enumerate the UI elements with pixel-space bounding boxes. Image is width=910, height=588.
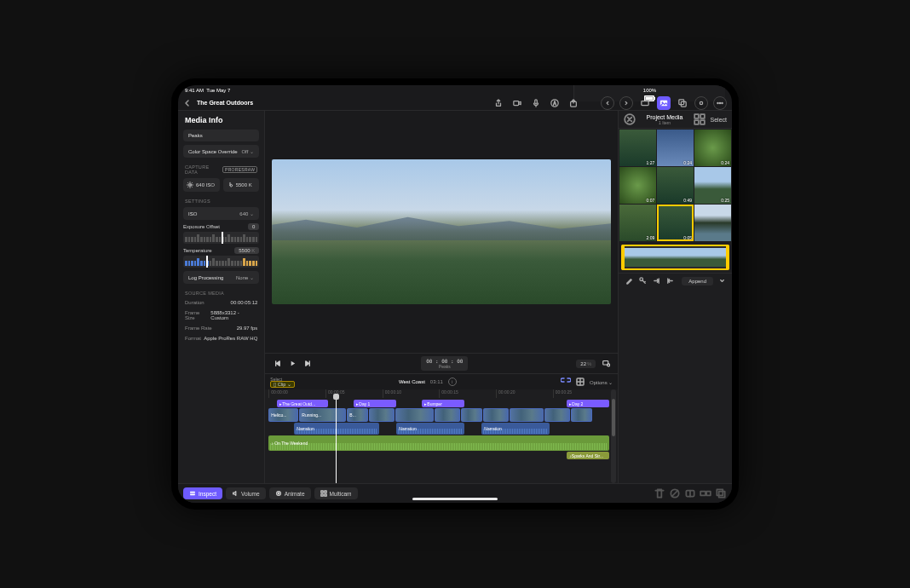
media-thumb[interactable]: 1:27 <box>619 130 656 166</box>
history-back-icon[interactable] <box>601 96 614 110</box>
audio-clip[interactable]: Narration <box>481 423 550 435</box>
overlays-icon[interactable] <box>676 96 689 110</box>
settings-header: SETTINGS <box>178 193 264 205</box>
svg-rect-4 <box>535 99 538 103</box>
log-processing-row[interactable]: Log Processing None⌄ <box>183 271 259 284</box>
clip-name-row[interactable]: Peaks <box>183 130 259 141</box>
svg-rect-21 <box>694 114 699 118</box>
insert-icon[interactable] <box>651 276 661 286</box>
status-date: Tue May 7 <box>206 88 230 93</box>
split-icon[interactable] <box>684 487 696 499</box>
sun-icon <box>187 182 193 188</box>
next-frame-button[interactable] <box>302 359 313 369</box>
video-clip[interactable] <box>461 408 482 422</box>
disable-icon[interactable] <box>669 487 681 499</box>
text-icon[interactable] <box>548 96 562 110</box>
media-thumb[interactable]: 0:24 <box>694 130 731 166</box>
audio-clip[interactable]: Narration <box>294 423 379 435</box>
snap-icon[interactable] <box>576 378 585 387</box>
browser-icon[interactable] <box>657 96 671 110</box>
tab-animate[interactable]: Animate <box>269 487 311 499</box>
clip-chip[interactable]: ▯ Clip ⌄ <box>270 381 295 388</box>
video-clip[interactable] <box>395 408 434 422</box>
home-indicator[interactable] <box>412 498 498 500</box>
options-button[interactable]: Options ⌄ <box>590 379 613 385</box>
in-handle[interactable] <box>621 245 625 270</box>
select-button[interactable]: Select <box>711 117 727 123</box>
media-thumb-selected[interactable]: 0:05 <box>657 205 694 241</box>
grid-view-icon[interactable] <box>694 113 706 125</box>
display-options-icon[interactable] <box>601 359 611 369</box>
iso-row[interactable]: ISO 640⌄ <box>183 207 259 220</box>
out-handle[interactable] <box>726 245 729 270</box>
link-icon[interactable] <box>561 378 571 387</box>
duplicate-icon[interactable] <box>715 487 727 499</box>
camera-icon[interactable] <box>510 96 524 110</box>
voiceover-icon[interactable] <box>529 96 543 110</box>
video-clip[interactable] <box>571 408 592 422</box>
play-button[interactable] <box>287 359 297 369</box>
title-clip[interactable]: ▸ Bumper <box>422 400 464 407</box>
browser-subtitle: 1 Item <box>641 120 688 125</box>
music-clip[interactable]: ♪ On The Weekend <box>268 435 609 451</box>
keyboard-icon[interactable] <box>638 96 652 110</box>
tab-multicam[interactable]: Multicam <box>314 487 358 499</box>
temperature-slider[interactable]: Temperature5500 K <box>183 247 259 268</box>
filmstrip[interactable] <box>621 245 729 270</box>
history-forward-icon[interactable] <box>619 96 633 110</box>
video-clip[interactable]: B... <box>347 408 368 422</box>
playhead[interactable] <box>336 397 337 483</box>
title-clip[interactable]: ▸ Day 2 <box>567 400 609 407</box>
prev-frame-button[interactable] <box>272 359 282 369</box>
timeline-ruler[interactable]: 00:00:0000:00:0500:00:1000:00:1500:00:20… <box>268 389 609 398</box>
key-icon[interactable] <box>637 276 648 286</box>
media-thumb[interactable]: 2:09 <box>619 205 656 241</box>
svg-rect-24 <box>700 120 705 124</box>
overwrite-icon[interactable] <box>665 276 675 286</box>
timeline-scrollbar[interactable] <box>611 389 616 483</box>
project-title: The Great Outdoors <box>197 100 253 106</box>
back-button[interactable] <box>183 99 192 107</box>
append-button[interactable]: Append <box>682 277 713 285</box>
share-icon[interactable] <box>492 96 505 110</box>
format-row: FormatApple ProRes RAW HQ <box>178 333 264 343</box>
filter-icon[interactable] <box>624 113 636 125</box>
inspector-panel: Media Info Peaks Color Space Override Of… <box>178 111 265 483</box>
video-clip[interactable] <box>483 408 509 422</box>
media-thumb[interactable]: 0:24 <box>657 130 694 166</box>
svg-point-16 <box>189 184 192 187</box>
tab-volume[interactable]: Volume <box>226 487 266 499</box>
tab-inspect[interactable]: Inspect <box>183 487 222 499</box>
title-clip[interactable]: ▸ Day 1 <box>354 400 396 407</box>
pencil-icon[interactable] <box>624 276 634 286</box>
more-icon[interactable] <box>713 96 727 110</box>
timeline[interactable]: 00:00:0000:00:0500:00:1000:00:1500:00:20… <box>265 389 618 483</box>
export-icon[interactable] <box>567 96 580 110</box>
video-clip[interactable] <box>435 408 460 422</box>
media-thumb[interactable]: 0:49 <box>657 167 694 204</box>
exposure-slider[interactable]: Exposure Offset0 <box>183 223 259 244</box>
media-thumb[interactable]: 0:07 <box>619 167 656 204</box>
video-clip[interactable] <box>544 408 570 422</box>
info-icon[interactable]: i <box>448 378 457 386</box>
title-clip[interactable]: ▸ The Great Outd... <box>277 400 328 407</box>
video-clip[interactable] <box>369 408 395 422</box>
audio-clip[interactable]: Narration <box>396 423 464 435</box>
timeline-name: West Coast <box>399 379 425 384</box>
connect-icon[interactable] <box>700 487 711 499</box>
status-time: 9:41 AM <box>185 88 204 93</box>
media-thumb[interactable] <box>694 205 731 241</box>
color-space-row[interactable]: Color Space Override Off⌄ <box>183 145 259 158</box>
audio-icon[interactable] <box>694 96 708 110</box>
video-clip[interactable]: Running... <box>299 408 346 422</box>
video-clip[interactable] <box>510 408 544 422</box>
viewer[interactable] <box>265 111 618 353</box>
video-clip[interactable]: Helico... <box>268 408 298 422</box>
preview-image <box>272 159 611 304</box>
chevron-down-icon[interactable] <box>717 276 727 286</box>
zoom-level[interactable]: 22% <box>576 360 596 368</box>
media-thumb[interactable]: 0:25 <box>694 167 731 204</box>
trash-icon[interactable] <box>654 487 665 499</box>
timecode-display[interactable]: 00 : 00 : 00 Peaks <box>421 356 468 371</box>
music-clip[interactable]: ♪ Sparks And Str... <box>567 452 609 459</box>
